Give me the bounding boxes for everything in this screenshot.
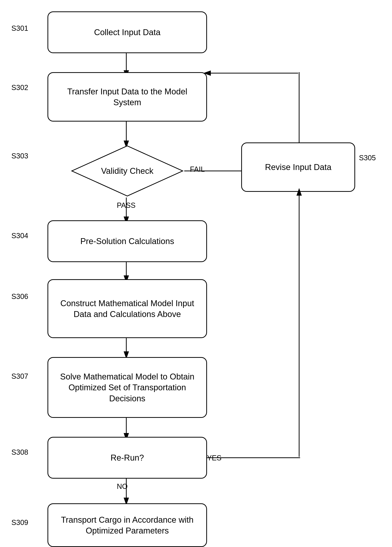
flowchart: S301 Collect Input Data S302 Transfer In… [0, 0, 392, 547]
step-label-s303: S303 [11, 152, 28, 160]
box-s309: Transport Cargo in Accordance with Optim… [48, 503, 207, 547]
arrow-s304-s306 [125, 262, 127, 281]
arrow-s306-s307 [125, 338, 127, 357]
box-s305: Revise Input Data [241, 143, 355, 192]
arrow-s308-yes-horiz [207, 457, 302, 459]
step-label-s302: S302 [11, 83, 28, 92]
arrow-s303-s304 [125, 198, 127, 222]
step-label-s308: S308 [11, 448, 28, 456]
box-s306: Construct Mathematical Model Input Data … [48, 279, 207, 338]
arrow-s305-s302-vert [298, 72, 300, 144]
box-s302: Transfer Input Data to the Model System [48, 72, 207, 122]
step-label-s301: S301 [11, 24, 28, 33]
diamond-label-s303: Validity Check [70, 144, 184, 198]
arrow-s305-s302-horiz [207, 72, 300, 74]
box-s308: Re-Run? [48, 437, 207, 479]
label-fail: FAIL [190, 165, 205, 173]
arrow-s307-s308 [125, 418, 127, 439]
diamond-s303: Validity Check [70, 144, 184, 198]
step-label-s304: S304 [11, 232, 28, 240]
arrow-s308-s309 [125, 479, 127, 503]
box-s301: Collect Input Data [48, 11, 207, 53]
step-label-s305: S305 [359, 154, 376, 162]
step-label-s309: S309 [11, 519, 28, 527]
arrow-s308-yes-vert [298, 192, 300, 458]
step-label-s307: S307 [11, 372, 28, 380]
step-label-s306: S306 [11, 293, 28, 301]
arrow-s302-s303 [125, 122, 127, 146]
box-s307: Solve Mathematical Model to Obtain Optim… [48, 357, 207, 418]
box-s304: Pre-Solution Calculations [48, 220, 207, 262]
